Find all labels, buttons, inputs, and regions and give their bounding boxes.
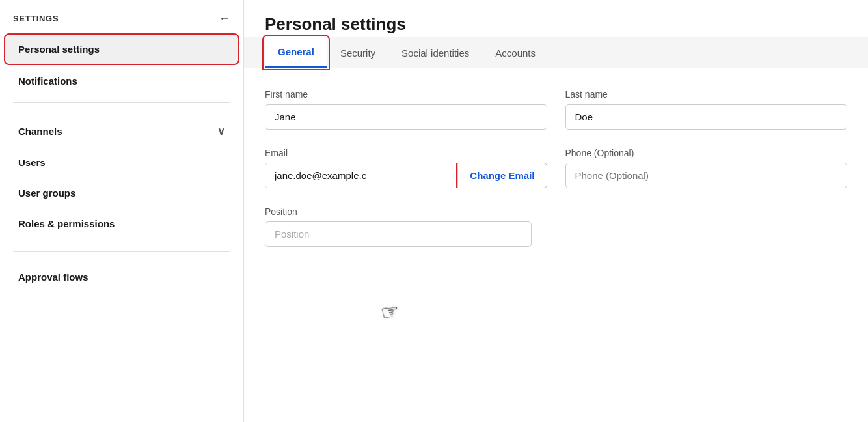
tabs-bar: General Security Social identities Accou…	[244, 37, 868, 68]
email-label: Email	[265, 148, 547, 158]
tab-social-identities[interactable]: Social identities	[388, 38, 482, 68]
chevron-down-icon: ∨	[217, 125, 225, 137]
phone-group: Phone (Optional)	[565, 148, 848, 188]
sidebar-item-users[interactable]: Users	[5, 148, 238, 177]
back-icon[interactable]: ←	[219, 12, 230, 25]
first-name-input[interactable]	[265, 104, 547, 130]
sidebar-item-label: Roles & permissions	[18, 218, 115, 229]
email-input-row: Change Email	[265, 163, 547, 188]
sidebar-item-label: Approval flows	[18, 272, 88, 283]
sidebar-item-roles-permissions[interactable]: Roles & permissions	[5, 209, 238, 238]
form-area: First name Last name Email Change Email …	[244, 68, 868, 422]
sidebar-item-approval-flows[interactable]: Approval flows	[5, 262, 238, 292]
position-input[interactable]	[265, 221, 532, 247]
last-name-label: Last name	[565, 89, 848, 100]
main-content: Personal settings General Security Socia…	[244, 0, 868, 422]
position-label: Position	[265, 206, 532, 217]
tab-security[interactable]: Security	[327, 38, 388, 68]
phone-input[interactable]	[565, 163, 848, 188]
sidebar-item-label: Personal settings	[18, 44, 100, 55]
email-input[interactable]	[265, 163, 457, 188]
sidebar-item-personal-settings[interactable]: Personal settings	[5, 35, 238, 64]
sidebar-item-notifications[interactable]: Notifications	[5, 66, 238, 96]
sidebar-section-main: Channels ∨ Users User groups Roles & per…	[0, 108, 243, 246]
divider-2	[13, 251, 230, 252]
tab-accounts[interactable]: Accounts	[482, 38, 549, 68]
sidebar-item-channels[interactable]: Channels ∨	[5, 116, 238, 147]
email-phone-row: Email Change Email Phone (Optional)	[265, 148, 847, 188]
first-name-label: First name	[265, 89, 547, 100]
last-name-group: Last name	[565, 89, 848, 130]
sidebar-item-label: User groups	[18, 188, 75, 199]
sidebar-item-label: Notifications	[18, 76, 77, 87]
main-header: Personal settings	[244, 0, 868, 35]
position-group: Position	[265, 206, 532, 247]
position-row: Position	[265, 206, 847, 247]
tab-general[interactable]: General	[265, 37, 327, 68]
phone-label: Phone (Optional)	[565, 148, 848, 158]
sidebar-title: SETTINGS	[13, 14, 59, 23]
sidebar-header: SETTINGS ←	[0, 0, 243, 33]
sidebar: SETTINGS ← Personal settings Notificatio…	[0, 0, 244, 422]
sidebar-item-user-groups[interactable]: User groups	[5, 178, 238, 208]
sidebar-item-label: Users	[18, 157, 46, 168]
divider-1	[13, 102, 230, 103]
name-row: First name Last name	[265, 89, 847, 130]
change-email-button[interactable]: Change Email	[457, 163, 546, 188]
sidebar-item-label: Channels	[18, 126, 62, 137]
page-title: Personal settings	[265, 14, 847, 35]
first-name-group: First name	[265, 89, 547, 130]
email-group: Email Change Email	[265, 148, 547, 188]
last-name-input[interactable]	[565, 104, 848, 130]
